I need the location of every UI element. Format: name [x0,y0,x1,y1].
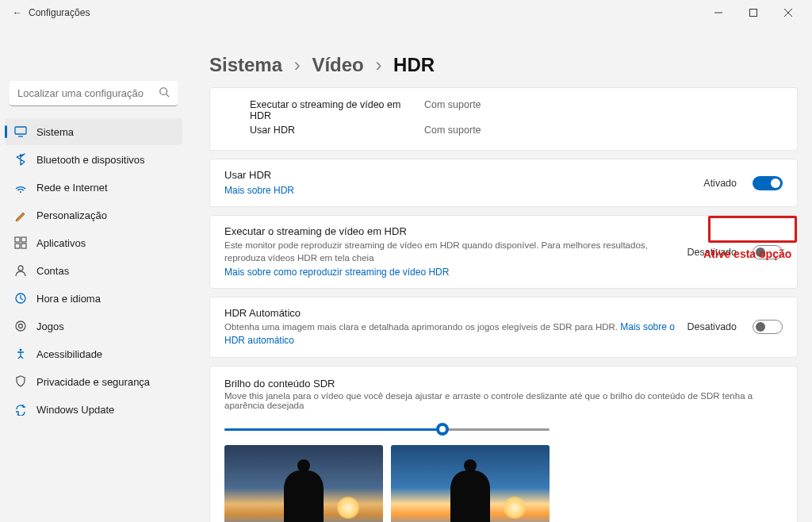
search-icon [159,86,170,101]
mais-sobre-hdr-link[interactable]: Mais sobre HDR [224,185,294,196]
titlebar: ← Configurações [0,0,812,25]
nav-label: Jogos [36,320,64,332]
nav-privacidade[interactable]: Privacidade e segurança [5,368,182,395]
nav-label: Rede e Internet [36,182,108,194]
svg-rect-10 [21,237,26,242]
hdr-preview: Conteúdo de HDR (para comparação) [391,445,550,522]
sdr-title: Brilho do conteúdo SDR [224,378,783,390]
svg-line-5 [167,94,170,98]
sdr-desc: Move this janela para o vídeo que você d… [224,391,783,410]
privacy-icon [14,375,27,388]
personalization-icon [14,209,27,221]
sdr-brightness-slider[interactable] [224,421,550,437]
setting-title: Executar o streaming de vídeo em HDR [224,225,676,237]
svg-rect-1 [750,10,757,17]
annotation-callout: Ative esta opção [703,248,791,260]
svg-point-4 [160,88,167,95]
nav-hora[interactable]: Hora e idioma [5,285,182,312]
window-title: Configurações [29,7,90,18]
nav-label: Privacidade e segurança [36,376,150,388]
usar-hdr-card: Usar HDR Mais sobre HDR Ativado [209,159,798,207]
accessibility-icon [14,347,27,360]
sidebar: Sistema Bluetooth e dispositivos Rede e … [0,25,187,522]
nav-rede[interactable]: Rede e Internet [5,174,182,201]
close-button[interactable] [771,0,806,25]
auto-hdr-card: HDR Automático Obtenha uma imagem mais c… [209,297,798,358]
time-icon [14,292,27,305]
nav-label: Windows Update [36,404,114,416]
content-area: Sistema › Vídeo › HDR Executar o streami… [187,25,812,522]
bluetooth-icon [14,153,27,166]
search-box [10,81,178,106]
back-button[interactable]: ← [6,7,29,18]
nav-aplicativos[interactable]: Aplicativos [5,229,182,256]
setting-desc: Obtenha uma imagem mais clara e detalhad… [224,320,676,347]
network-icon [14,181,27,194]
nav-bluetooth[interactable]: Bluetooth e dispositivos [5,146,182,173]
nav-sistema[interactable]: Sistema [5,118,182,145]
svg-rect-11 [15,244,20,248]
chevron-right-icon: › [294,54,301,75]
breadcrumb-video[interactable]: Vídeo [312,54,363,75]
maximize-button[interactable] [736,0,771,25]
nav-personalizacao[interactable]: Personalização [5,202,182,228]
nav-acessibilidade[interactable]: Acessibilidade [5,340,182,367]
info-value: Com suporte [424,99,481,121]
minimize-button[interactable] [701,0,736,25]
setting-title: Usar HDR [224,169,692,181]
gaming-icon [14,320,27,332]
svg-point-13 [18,266,23,271]
nav-label: Contas [36,265,69,277]
svg-point-16 [19,324,23,328]
info-value: Com suporte [424,125,481,136]
sdr-brightness-card: Brilho do conteúdo SDR Move this janela … [209,366,798,522]
setting-desc: Este monitor pode reproduzir streaming d… [224,239,676,264]
info-label: Usar HDR [250,125,408,136]
search-input[interactable] [10,81,178,106]
display-info-card: Executar o streaming de vídeo em HDR Com… [209,87,798,151]
setting-title: HDR Automático [224,307,676,319]
breadcrumb-sistema[interactable]: Sistema [209,54,282,75]
svg-rect-9 [15,237,20,242]
update-icon [14,403,27,416]
mais-stream-hdr-link[interactable]: Mais sobre como reproduzir streaming de … [224,267,449,278]
nav-label: Hora e idioma [36,293,101,305]
system-icon [14,125,27,138]
accounts-icon [14,264,27,277]
info-label: Executar o streaming de vídeo em HDR [250,99,408,121]
sdr-preview: Conteúdo de SDR [224,445,383,522]
nav-label: Aplicativos [36,237,86,249]
breadcrumb: Sistema › Vídeo › HDR [209,54,798,76]
nav-label: Sistema [36,126,74,138]
slider-thumb[interactable] [436,423,449,436]
auto-hdr-toggle[interactable] [753,320,783,334]
svg-rect-6 [15,127,26,134]
nav-jogos[interactable]: Jogos [5,313,182,340]
usar-hdr-toggle[interactable] [753,176,783,190]
nav-label: Personalização [36,209,107,221]
nav-label: Acessibilidade [36,348,102,360]
nav-label: Bluetooth e dispositivos [36,154,145,166]
toggle-state-label: Ativado [703,178,737,189]
svg-rect-12 [21,244,26,248]
svg-point-17 [20,349,22,351]
breadcrumb-hdr: HDR [393,54,435,75]
apps-icon [14,236,27,249]
svg-point-8 [20,191,21,193]
svg-point-15 [16,321,25,331]
nav-contas[interactable]: Contas [5,257,182,284]
toggle-state-label: Desativado [687,321,737,332]
chevron-right-icon: › [375,54,381,75]
nav-update[interactable]: Windows Update [5,396,182,423]
